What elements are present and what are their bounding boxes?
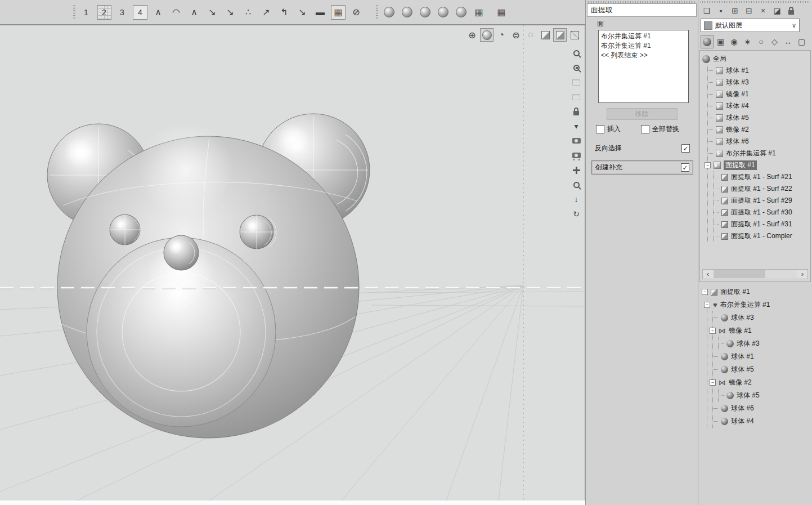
panel-grip[interactable] (701, 1, 810, 3)
history-row[interactable]: ⋈镜像 #1 (713, 324, 812, 337)
arrow-up-icon[interactable]: ↗ (259, 5, 273, 20)
tab-objects[interactable] (701, 35, 714, 48)
zoom-selected-icon[interactable] (569, 61, 583, 74)
insert-checkbox[interactable] (596, 125, 604, 133)
layer-color-swatch[interactable] (704, 21, 712, 30)
point-cloud-icon[interactable]: ∴ (241, 5, 255, 20)
table-tool-2-icon[interactable]: ▦ (494, 5, 509, 20)
sphere-tool-2-icon[interactable] (400, 5, 414, 20)
panel-grip[interactable] (588, 1, 696, 3)
tab-layers[interactable]: ◇ (768, 35, 781, 48)
face-listbox[interactable]: 布尔并集运算 #1 布尔并集运算 #1 << 列表结束 >> (598, 30, 689, 103)
camera-tripod-icon[interactable] (569, 149, 583, 162)
sphere-tool-3-icon[interactable] (418, 5, 432, 20)
zoom-extents-icon[interactable] (569, 47, 583, 59)
tree-row[interactable]: 布尔并集运算 #1 (708, 148, 810, 159)
tree-row[interactable]: 球体 #1 (708, 65, 810, 77)
collapse-expander[interactable] (710, 379, 716, 386)
delete-point-icon[interactable]: ↘ (295, 5, 309, 20)
scrollbar-track[interactable] (714, 270, 797, 278)
sphere-tool-1-icon[interactable] (382, 5, 396, 20)
remove-button[interactable]: 移除 (607, 108, 678, 120)
point-edit-icon[interactable]: ∧ (151, 5, 165, 20)
create-complement-checkbox[interactable]: ✓ (681, 163, 689, 172)
tree-row[interactable]: 面提取 #1 - Surf #22 (714, 183, 810, 195)
scroll-left-icon[interactable]: ‹ (703, 270, 713, 279)
lock-icon[interactable] (786, 6, 796, 16)
tree-row[interactable]: 面提取 #1 - Surf #29 (714, 195, 810, 207)
zoom-icon[interactable] (569, 178, 583, 191)
history-root-row[interactable]: 面提取 #1 (702, 285, 812, 298)
new-folder-icon[interactable]: ⊞ (730, 6, 740, 16)
level-4-button[interactable]: 4 (133, 5, 147, 20)
delete-x-icon[interactable]: × (758, 6, 768, 16)
dropdown-triangle-icon[interactable]: ▾ (569, 120, 583, 132)
new-layer-icon[interactable]: ❏ (702, 6, 712, 16)
history-row[interactable]: 球体 #3 (713, 311, 812, 324)
toolbar-grip-2[interactable] (376, 5, 378, 20)
level-2-button[interactable]: 2 (97, 5, 111, 20)
collapse-expander[interactable] (704, 302, 710, 308)
refresh-icon[interactable]: ↻ (569, 208, 583, 220)
tree-row[interactable]: 球体 #5 (708, 112, 810, 124)
sublayer-icon[interactable]: ▪ (716, 6, 726, 16)
list-end-item[interactable]: << 列表结束 >> (601, 51, 686, 60)
history-row[interactable]: 球体 #1 (713, 350, 812, 363)
tree-row[interactable]: 球体 #4 (708, 100, 810, 112)
table-tool-1-icon[interactable]: ▦ (472, 5, 486, 20)
tree-root-row[interactable]: 全局 (702, 53, 810, 65)
tree-row[interactable]: 面提取 #1 - Surf #30 (714, 207, 810, 218)
tab-swap[interactable]: ↔ (782, 35, 795, 48)
collapse-expander[interactable] (710, 328, 716, 334)
replace-all-checkbox[interactable] (641, 125, 649, 133)
history-row[interactable]: 球体 #4 (713, 415, 812, 428)
toolbar-grip[interactable] (73, 5, 75, 20)
scrollbar-thumb[interactable] (714, 270, 765, 278)
move-point-icon[interactable]: ↘ (205, 5, 219, 20)
list-item[interactable]: 布尔并集运算 #1 (601, 41, 686, 51)
history-row[interactable]: 球体 #5 (719, 389, 812, 402)
tab-hierarchy[interactable]: ∗ (741, 35, 754, 48)
history-tree[interactable]: 面提取 #1 ♥ 布尔并集运算 #1 球体 #3 ⋈镜像 #1 球体 #3 球体… (702, 285, 812, 428)
open-folder-icon[interactable]: ⊟ (744, 6, 754, 16)
history-row[interactable]: 球体 #6 (713, 402, 812, 415)
tree-row[interactable]: 球体 #6 (708, 136, 810, 148)
collapse-expander[interactable] (705, 162, 711, 168)
tree-row[interactable]: 面提取 #1 - Surf #21 (714, 171, 810, 183)
tree-row[interactable]: 面提取 #1 - Surf #31 (714, 218, 810, 230)
wireframe-cube-icon[interactable] (568, 28, 581, 42)
bend-arrow-icon[interactable]: ↰ (277, 5, 291, 20)
sphere-tool-5-icon[interactable] (454, 5, 468, 20)
rendered-mode-icon[interactable]: ◔ (495, 28, 508, 42)
history-row[interactable]: ⋈镜像 #2 (713, 376, 812, 389)
sphere-tool-4-icon[interactable] (436, 5, 450, 20)
list-item[interactable]: 布尔并集运算 #1 (601, 32, 686, 41)
tree-row[interactable]: 面提取 #1 - Compler (714, 230, 810, 242)
tree-row[interactable]: 镜像 #1 (708, 88, 810, 100)
tab-blocks[interactable]: ▣ (714, 35, 727, 48)
ghosted-mode-icon[interactable]: ◌ (524, 28, 537, 42)
grid-snap-icon[interactable]: ▦ (331, 5, 346, 20)
collapse-expander[interactable] (702, 289, 708, 295)
lock-icon[interactable] (569, 105, 583, 118)
camera-icon[interactable] (569, 135, 583, 147)
bear-nose[interactable] (164, 235, 199, 270)
layer-dropdown[interactable]: 默认图层 ∨ (701, 19, 800, 32)
tree-row[interactable]: 球体 #3 (708, 77, 810, 88)
boxed-cube-icon[interactable] (553, 28, 567, 42)
bear-model-scene[interactable] (0, 25, 585, 505)
disable-icon[interactable]: ⊘ (349, 5, 364, 20)
eraser-icon[interactable]: ◪ (772, 6, 782, 16)
down-arrow-icon[interactable]: ↓ (569, 193, 583, 205)
level-1-button[interactable]: 1 (79, 5, 93, 20)
tab-lights[interactable]: ○ (755, 35, 768, 48)
scene-tree[interactable]: 全局 球体 #1 球体 #3 镜像 #1 球体 #4 球体 #5 镜像 #2 球… (699, 50, 811, 282)
tree-row[interactable]: 镜像 #2 (708, 124, 810, 136)
reverse-select-checkbox[interactable]: ✓ (681, 144, 690, 153)
pan-icon[interactable] (569, 164, 583, 176)
surface-dome-icon[interactable]: ◠ (169, 5, 183, 20)
shaded-cube-icon[interactable] (539, 28, 552, 42)
scroll-right-icon[interactable]: › (797, 270, 807, 279)
history-row[interactable]: ♥ 布尔并集运算 #1 (707, 298, 812, 311)
history-row[interactable]: 球体 #3 (719, 337, 812, 350)
